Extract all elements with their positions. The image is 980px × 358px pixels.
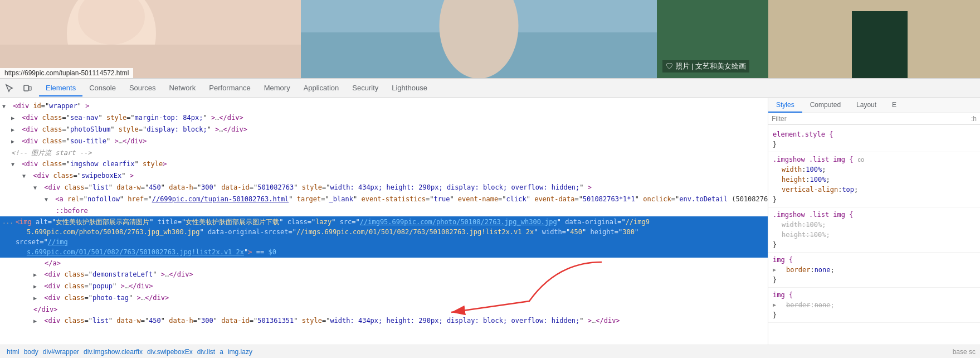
filter-hint: :h <box>971 115 977 123</box>
main-area: ▼ <div id="wrapper" > ▶ <div class="sea-… <box>0 98 980 345</box>
dom-line[interactable]: </a> <box>0 258 768 269</box>
dom-line[interactable]: ▶ <div class="sea-nav" style="margin-top… <box>0 112 768 124</box>
tab-event-listeners[interactable]: E <box>884 98 904 113</box>
styles-filter-input[interactable] <box>787 115 971 123</box>
dom-line[interactable]: ▶ <div class="photo-tag" >…</div> <box>0 292 768 304</box>
tab-layout[interactable]: Layout <box>849 98 884 113</box>
tab-console[interactable]: Console <box>82 80 123 96</box>
breadcrumb-body[interactable]: body <box>22 348 41 356</box>
style-selector: img { <box>773 255 793 265</box>
style-prop-vertical-align: vertical-align : top ; <box>773 185 976 195</box>
style-rule-img-2: img { ▶ border : none ; } <box>768 288 980 323</box>
image-segment-2 <box>301 0 657 78</box>
breadcrumb-img[interactable]: img.lazy <box>226 348 255 356</box>
style-prop-height: height : 100% ; <box>773 175 976 185</box>
tab-elements[interactable]: Elements <box>39 80 82 96</box>
dom-panel[interactable]: ▼ <div id="wrapper" > ▶ <div class="sea-… <box>0 98 768 345</box>
styles-panel: Styles Computed Layout E Filter :h eleme… <box>768 98 980 345</box>
tab-security[interactable]: Security <box>345 80 385 96</box>
tab-application[interactable]: Application <box>297 80 346 96</box>
breadcrumb-list[interactable]: div.list <box>195 348 217 356</box>
tab-sources[interactable]: Sources <box>123 80 163 96</box>
style-prop-width-crossed: width : 100% ; <box>773 220 976 230</box>
styles-panel-tabs: Styles Computed Layout E <box>768 98 980 113</box>
dom-line[interactable]: ▼ <div id="wrapper" > <box>0 100 768 112</box>
dom-line[interactable]: ▶ <div class="popup" >…</div> <box>0 280 768 292</box>
filter-label: Filter <box>772 115 787 123</box>
image-segment-3: ♡ 照片 | 文艺和美女绘画 <box>657 0 980 78</box>
tab-computed[interactable]: Computed <box>802 98 849 113</box>
styles-content[interactable]: element.style { } .imgshow .list img { c… <box>768 125 980 345</box>
style-rule-imgshow-1: .imgshow .list img { co width : 100% ; h… <box>768 152 980 207</box>
style-selector: .imgshow .list img { <box>773 210 854 220</box>
breadcrumb-swipeboxex[interactable]: div.swipeboxEx <box>145 348 195 356</box>
device-toolbar-icon[interactable] <box>20 81 35 95</box>
svg-rect-11 <box>24 85 28 91</box>
dom-line[interactable]: ▼ <div class="imgshow clearfix" style> <box>0 158 768 170</box>
breadcrumb-wrapper[interactable]: div#wrapper <box>41 348 81 356</box>
inspect-icon[interactable] <box>2 81 17 95</box>
tab-lighthouse[interactable]: Lighthouse <box>385 80 434 96</box>
breadcrumb-bar: html body div#wrapper div.imgshow.clearf… <box>0 345 980 358</box>
dom-line[interactable]: ▶ <div class="list" data-w="450" data-h=… <box>0 315 768 327</box>
style-prop-height-crossed: height : 100% ; <box>773 230 976 240</box>
dom-line[interactable]: ▶ <div class="photoSlbum" style="display… <box>0 124 768 136</box>
devtools-tabs-bar: Elements Console Sources Network Perform… <box>0 78 980 98</box>
dom-line[interactable]: ▶ <div class="demonstrateLeft" >…</div> <box>0 269 768 280</box>
style-selector: element.style { <box>773 129 833 139</box>
devtools-icons <box>2 81 35 95</box>
url-bar: https://699pic.com/tupian-501114572.html <box>0 68 133 78</box>
style-rule-element: element.style { } <box>768 127 980 152</box>
svg-rect-12 <box>29 86 31 90</box>
dom-line[interactable]: </div> <box>0 304 768 315</box>
image-segment-1: https://699pic.com/tupian-501114572.html <box>0 0 301 78</box>
tab-network[interactable]: Network <box>163 80 203 96</box>
breadcrumb-html[interactable]: html <box>4 348 22 356</box>
style-prop-width: width : 100% ; <box>773 165 976 175</box>
breadcrumb-imgshow[interactable]: div.imgshow.clearfix <box>81 348 145 356</box>
style-prop-border-1: ▶ border : none ; <box>773 265 976 275</box>
tab-styles[interactable]: Styles <box>768 98 802 113</box>
tab-performance[interactable]: Performance <box>202 80 257 96</box>
image-strip: https://699pic.com/tupian-501114572.html… <box>0 0 980 78</box>
breadcrumb-a[interactable]: a <box>217 348 226 356</box>
overlay-text: ♡ 照片 | 文艺和美女绘画 <box>662 60 749 72</box>
dom-line[interactable]: ▼ <a rel="nofollow" href="//699pic.com/t… <box>0 193 768 205</box>
dom-line[interactable]: ▼ <div class="swipeboxEx" > <box>0 170 768 182</box>
style-selector: img { <box>773 290 793 300</box>
svg-rect-10 <box>852 11 908 78</box>
styles-filter-bar: Filter :h <box>768 113 980 125</box>
tab-memory[interactable]: Memory <box>257 80 297 96</box>
style-prop-border-2: ▶ border : none ; <box>773 300 976 310</box>
dom-line[interactable]: ▼ <div class="list" data-w="450" data-h=… <box>0 182 768 193</box>
dom-line-img[interactable]: ... <img alt="女性美妆护肤面部展示高清图片" title="女性美… <box>0 216 768 258</box>
style-selector: .imgshow .list img { <box>773 154 854 165</box>
dom-line[interactable]: ▶ <div class="sou-title" >…</div> <box>0 136 768 147</box>
dom-line[interactable]: <!-- 图片流 start --> <box>0 147 768 158</box>
style-rule-img-1: img { ▶ border : none ; } <box>768 253 980 288</box>
style-rule-imgshow-2: .imgshow .list img { width : 100% ; heig… <box>768 207 980 253</box>
dom-line-pseudo[interactable]: ::before <box>0 205 768 216</box>
